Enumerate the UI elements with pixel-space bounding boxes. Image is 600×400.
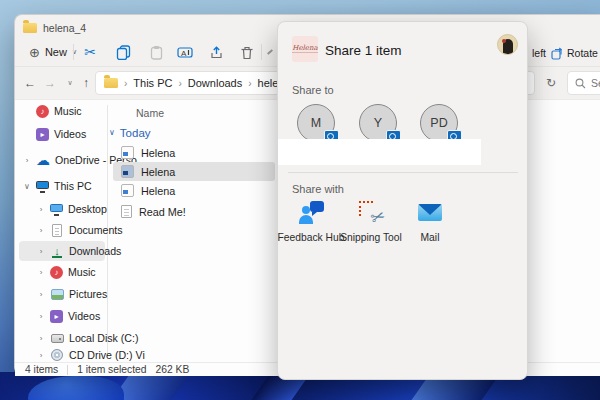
sidebar-item-pictures[interactable]: › Pictures — [19, 284, 105, 304]
documents-icon — [52, 224, 62, 237]
explorer-tab[interactable]: helena_4 — [23, 19, 86, 37]
forward-button[interactable]: → — [41, 74, 59, 92]
sidebar-item-music-pinned[interactable]: ♪ Music — [19, 101, 105, 121]
share-to-label: Share to — [292, 84, 334, 96]
sidebar-item-this-pc[interactable]: ∨ This PC — [19, 176, 105, 196]
this-pc-icon — [36, 180, 49, 193]
avatar[interactable] — [497, 34, 518, 55]
mail-icon — [417, 200, 443, 226]
sidebar-item-downloads[interactable]: › ↓ Downloads — [19, 241, 105, 261]
paste-icon — [149, 45, 164, 60]
refresh-button[interactable]: ↻ — [542, 74, 560, 92]
breadcrumb-separator: › — [178, 78, 181, 89]
chevron-down-icon: ∨ — [67, 79, 72, 87]
rotate-right-label[interactable]: Rotate — [567, 47, 598, 59]
folder-icon — [104, 78, 118, 88]
chevron-right-icon[interactable]: › — [37, 351, 45, 360]
text-file-icon — [121, 205, 132, 218]
cd-drive-icon — [51, 349, 63, 361]
rotate-right-icon — [551, 46, 564, 64]
rename-button[interactable]: A — [172, 41, 198, 63]
cut-button[interactable]: ✂ — [77, 41, 103, 63]
up-icon: ↑ — [83, 76, 89, 90]
svg-text:A: A — [181, 48, 187, 57]
up-button[interactable]: ↑ — [77, 74, 95, 92]
share-icon — [209, 45, 224, 60]
sidebar-item-desktop[interactable]: › Desktop — [19, 199, 105, 219]
column-header-name[interactable]: Name — [136, 107, 164, 119]
desktop-icon — [50, 203, 63, 216]
file-row[interactable]: Read Me! — [113, 202, 275, 221]
chevron-right-icon[interactable]: › — [37, 226, 45, 235]
back-icon: ← — [24, 76, 36, 90]
breadcrumb-separator: › — [248, 78, 251, 89]
group-header-today[interactable]: ∨ Today — [109, 125, 151, 140]
breadcrumb-segment-this-pc[interactable]: This PC — [133, 77, 172, 89]
image-file-icon — [121, 184, 134, 197]
breadcrumb-separator: › — [124, 78, 127, 89]
pictures-icon — [51, 289, 64, 300]
share-button[interactable] — [203, 41, 229, 63]
delete-button[interactable] — [234, 41, 260, 63]
contact-pd[interactable]: PD — [420, 104, 458, 142]
chevron-right-icon[interactable]: › — [37, 205, 45, 214]
music-icon: ♪ — [50, 266, 63, 279]
new-button-label: New — [45, 46, 67, 58]
sidebar-item-videos[interactable]: › ▸ Videos — [19, 306, 105, 326]
breadcrumb-segment-downloads[interactable]: Downloads — [188, 77, 242, 89]
toolbar-divider — [261, 44, 262, 60]
chevron-right-icon[interactable]: › — [37, 334, 45, 343]
sidebar-item-onedrive[interactable]: › ☁ OneDrive - Perso — [19, 150, 105, 170]
rotate-left-label-partial[interactable]: left — [532, 47, 546, 59]
share-app-mail[interactable]: Mail — [395, 200, 465, 243]
videos-icon: ▸ — [50, 310, 63, 323]
share-dialog: Helena Share 1 item Share to M Y PD Shar… — [277, 21, 528, 380]
share-with-label: Share with — [292, 183, 344, 195]
scissors-icon: ✂ — [84, 45, 96, 59]
file-row[interactable]: Helena — [113, 181, 275, 200]
chevron-right-icon[interactable]: › — [37, 247, 45, 256]
status-divider — [67, 365, 68, 375]
selection-size: 262 KB — [155, 364, 189, 375]
copy-icon — [116, 45, 131, 60]
music-icon: ♪ — [36, 105, 49, 118]
sidebar-item-documents[interactable]: › Documents — [19, 220, 105, 240]
rename-icon: A — [177, 45, 193, 60]
file-row[interactable]: Helena — [113, 143, 275, 162]
search-text: Se — [591, 77, 600, 89]
partial-hidden-icon — [267, 49, 273, 54]
chevron-right-icon[interactable]: › — [37, 312, 45, 321]
selection-count: 1 item selected — [77, 364, 146, 375]
image-file-icon — [121, 165, 134, 178]
folder-icon — [23, 23, 37, 33]
refresh-icon: ↻ — [546, 76, 556, 90]
search-icon — [575, 78, 586, 89]
videos-icon: ▸ — [36, 128, 49, 141]
share-item-thumbnail: Helena — [292, 36, 318, 62]
copy-button[interactable] — [110, 41, 136, 63]
chevron-right-icon[interactable]: › — [37, 268, 45, 277]
toolbar-divider — [73, 44, 74, 60]
contact-m[interactable]: M — [297, 104, 335, 142]
trash-icon — [240, 45, 254, 60]
back-button[interactable]: ← — [21, 74, 39, 92]
chevron-right-icon[interactable]: › — [23, 156, 31, 165]
forward-icon: → — [44, 76, 56, 90]
redacted-contact-names — [278, 139, 481, 165]
paste-button[interactable] — [143, 41, 169, 63]
chevron-down-icon: ∨ — [109, 128, 115, 137]
sidebar-item-music[interactable]: › ♪ Music — [19, 262, 105, 282]
snipping-tool-icon: ✂ — [358, 200, 384, 226]
dialog-divider — [288, 172, 518, 173]
new-button[interactable]: ⊕ New ∨ — [23, 41, 83, 63]
plus-circle-icon: ⊕ — [29, 46, 40, 59]
onedrive-icon: ☁ — [36, 153, 50, 167]
sidebar-item-videos-pinned[interactable]: ▸ Videos — [19, 124, 105, 144]
file-row-selected[interactable]: Helena — [113, 162, 275, 181]
contact-y[interactable]: Y — [359, 104, 397, 142]
share-dialog-title: Share 1 item — [325, 43, 402, 58]
chevron-right-icon[interactable]: › — [37, 290, 45, 299]
search-input[interactable]: Se — [567, 71, 600, 95]
feedback-hub-icon — [298, 200, 324, 226]
chevron-down-icon[interactable]: ∨ — [23, 182, 31, 191]
